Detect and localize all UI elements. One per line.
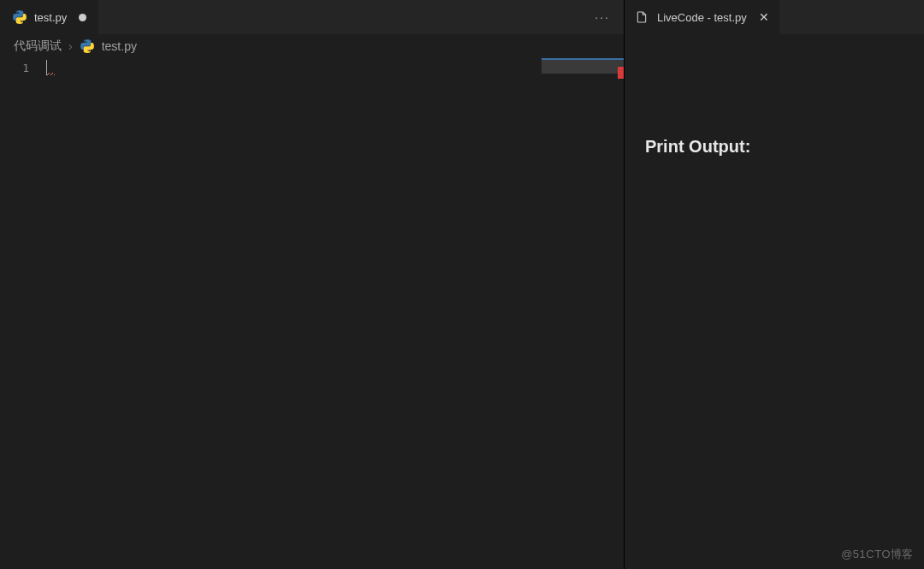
livecode-tab-bar: LiveCode - test.py ✕: [625, 0, 924, 34]
error-marker-icon: [618, 67, 624, 79]
more-actions-icon[interactable]: ···: [595, 10, 610, 24]
editor-body: 1: [0, 58, 624, 569]
editor-pane: test.py ··· 代码调试 › test.py 1: [0, 0, 625, 569]
watermark-text: @51CTO博客: [841, 547, 914, 562]
overview-ruler[interactable]: [613, 58, 624, 569]
editor-tab-label: test.py: [34, 11, 67, 24]
livecode-tab-title: LiveCode - test.py: [657, 11, 747, 24]
breadcrumb: 代码调试 › test.py: [0, 34, 624, 58]
code-area[interactable]: [46, 58, 624, 569]
breadcrumb-folder[interactable]: 代码调试: [14, 39, 62, 54]
chevron-right-icon: ›: [68, 39, 73, 53]
livecode-pane: LiveCode - test.py ✕ Print Output:: [625, 0, 924, 569]
file-icon: [635, 10, 649, 24]
dirty-indicator-icon: [79, 14, 86, 21]
minimap-viewport[interactable]: [542, 58, 624, 74]
close-icon[interactable]: ✕: [759, 10, 769, 24]
line-gutter: 1: [0, 58, 46, 569]
breadcrumb-file[interactable]: test.py: [102, 39, 137, 53]
livecode-content: Print Output:: [625, 34, 924, 569]
code-line-1[interactable]: [46, 60, 624, 77]
error-squiggle-icon: [46, 73, 55, 75]
line-number: 1: [0, 60, 29, 77]
editor-tab-testpy[interactable]: test.py: [0, 0, 99, 34]
python-icon: [12, 9, 27, 25]
editor-tab-actions: ···: [595, 0, 624, 34]
editor-tab-bar: test.py ···: [0, 0, 624, 34]
print-output-heading: Print Output:: [645, 137, 903, 157]
python-icon: [80, 39, 95, 54]
livecode-tab[interactable]: LiveCode - test.py ✕: [625, 0, 779, 34]
